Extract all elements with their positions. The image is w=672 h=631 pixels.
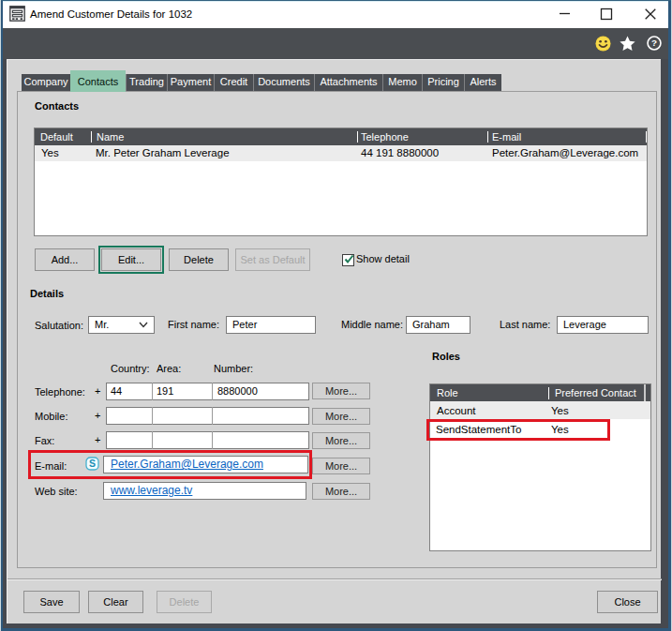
svg-text:S: S <box>89 458 96 469</box>
svg-text:?: ? <box>651 38 657 48</box>
